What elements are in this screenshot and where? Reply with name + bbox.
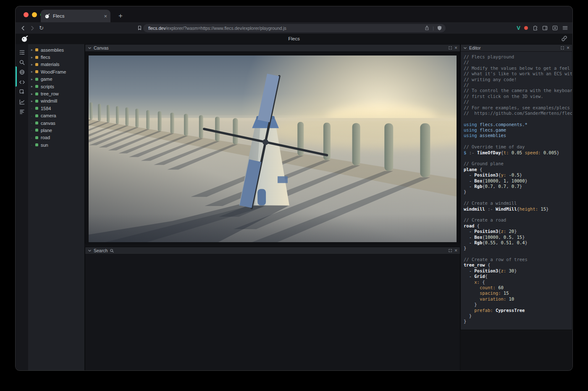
active-panel-indicator [16,66,17,87]
search-panel-header[interactable]: Search × [85,247,460,254]
tree-item-camera[interactable]: -camera [31,112,84,119]
new-tab-button[interactable]: + [116,11,126,21]
app-header: Flecs [16,34,572,44]
reload-icon: ↻ [39,25,44,31]
tree-item-label: sun [41,143,48,148]
reload-button[interactable]: ↻ [37,24,45,32]
expand-icon[interactable] [560,46,564,50]
close-icon[interactable]: × [567,45,570,50]
explorer-content: ▸assemblies▸flecs▸materials▸WoodFrame▸ga… [16,44,572,371]
editor-panel-header[interactable]: Editor × [461,45,572,52]
flecs-favicon [44,13,50,19]
expand-arrow-icon[interactable]: ▸ [31,77,35,81]
stats-chart-icon[interactable] [16,97,28,107]
tree-item-plane[interactable]: -plane [31,127,84,134]
expand-icon[interactable] [448,46,452,50]
forward-button[interactable] [28,24,36,32]
sidebar-toggle-icon[interactable] [542,25,548,31]
entity-kind-icon [35,85,38,88]
chevron-down-icon[interactable] [88,46,92,50]
search-body[interactable] [85,254,460,371]
puzzle-extensions-icon[interactable] [532,25,538,31]
canvas-3d-view[interactable] [89,55,457,242]
canvas-body [85,52,460,245]
share-icon[interactable] [424,25,430,31]
entity-kind-icon [35,78,38,81]
downloads-panel-icon[interactable] [552,25,558,31]
canvas-panel-header[interactable]: Canvas × [85,45,460,52]
browser-tab[interactable]: Flecs × [41,10,110,22]
tree-item-sun[interactable]: -sun [31,141,84,148]
flecs-logo [20,35,29,42]
expand-arrow-icon[interactable]: ▸ [31,48,35,52]
record-indicator-icon[interactable] [524,26,528,30]
tree-item-flecs[interactable]: ▸flecs [31,53,84,61]
tree-item-label: plane [41,128,52,133]
entity-kind-icon [35,122,38,124]
code-editor-icon[interactable] [16,77,28,87]
tree-item-tree_row[interactable]: ▸tree_row [31,90,84,97]
tree-item-1584[interactable]: -1584 [31,105,84,112]
back-button[interactable] [19,24,27,32]
minimize-window-button[interactable] [32,12,37,17]
tree-item-scripts[interactable]: ▸scripts [31,83,84,90]
desktop: Flecs × + ↻ flecs.dev/explorer/?wasm=htt… [0,0,588,391]
tree-item-windmill[interactable]: ▸windmill [31,98,84,105]
tree-item-label: scripts [41,84,54,89]
leaf-dash-icon: - [31,136,35,140]
inspector-icon[interactable] [16,87,28,97]
expand-arrow-icon[interactable]: ▸ [31,85,35,88]
search-icon[interactable] [16,58,28,68]
entity-kind-icon [35,143,38,146]
canvas-panel-title: Canvas [94,45,109,50]
search-panel: Search × [85,247,460,371]
browser-navbar: ↻ flecs.dev/explorer/?wasm=https://www.f… [16,22,572,34]
tree-item-WoodFrame[interactable]: ▸WoodFrame [31,68,84,75]
tree-item-materials[interactable]: ▸materials [31,61,84,68]
editor-code[interactable]: // Flecs playground//// Modify the value… [461,52,572,330]
expand-arrow-icon[interactable]: ▸ [31,55,35,59]
entity-tree-icon[interactable] [16,48,28,58]
entity-kind-icon [35,56,38,59]
expand-icon[interactable] [448,248,452,253]
v-extension-icon[interactable]: V [517,25,520,31]
leaf-dash-icon: - [31,128,35,132]
bookmark-icon[interactable] [136,24,144,32]
url-bar[interactable]: flecs.dev/explorer/?wasm=https://www.fle… [143,24,446,32]
expand-arrow-icon[interactable]: ▸ [31,63,35,66]
entity-kind-icon [35,70,38,73]
close-icon[interactable]: × [454,45,457,50]
tree-item-label: 1584 [41,106,51,111]
close-icon[interactable]: × [454,248,457,253]
expand-arrow-icon[interactable]: ▸ [31,70,35,74]
entity-kind-icon [35,92,38,95]
tree-item-label: game [41,77,52,82]
entity-kind-icon [35,48,38,51]
world-canvas-icon[interactable] [16,67,28,77]
tree-item-game[interactable]: ▸game [31,76,84,83]
magnifier-icon [110,248,114,253]
query-list-icon[interactable] [16,107,28,117]
chevron-down-icon[interactable] [463,46,467,50]
editor-panel: Editor × // Flecs playground//// Modify … [460,44,572,330]
expand-arrow-icon[interactable]: ▸ [31,92,35,96]
tree-item-canvas[interactable]: -canvas [31,119,84,127]
shield-icon[interactable] [437,25,442,31]
entity-kind-icon [35,63,38,66]
entity-kind-icon [35,114,38,117]
chevron-down-icon[interactable] [88,249,92,253]
entity-tree: ▸assemblies▸flecs▸materials▸WoodFrame▸ga… [28,44,85,371]
url-path: /explorer/?wasm=https://www.flecs.dev/ex… [165,26,286,31]
leaf-dash-icon: - [31,121,35,125]
close-tab-icon[interactable]: × [104,13,107,19]
close-window-button[interactable] [24,12,29,17]
tree-item-label: tree_row [41,91,59,96]
leaf-dash-icon: - [31,106,35,110]
tree-item-label: road [41,135,50,140]
menu-hamburger-icon[interactable] [562,25,568,31]
divider: | [433,26,434,31]
expand-arrow-icon[interactable]: ▸ [31,99,35,103]
share-link-icon[interactable] [561,35,567,42]
tree-item-assemblies[interactable]: ▸assemblies [31,46,84,53]
tree-item-road[interactable]: -road [31,134,84,141]
